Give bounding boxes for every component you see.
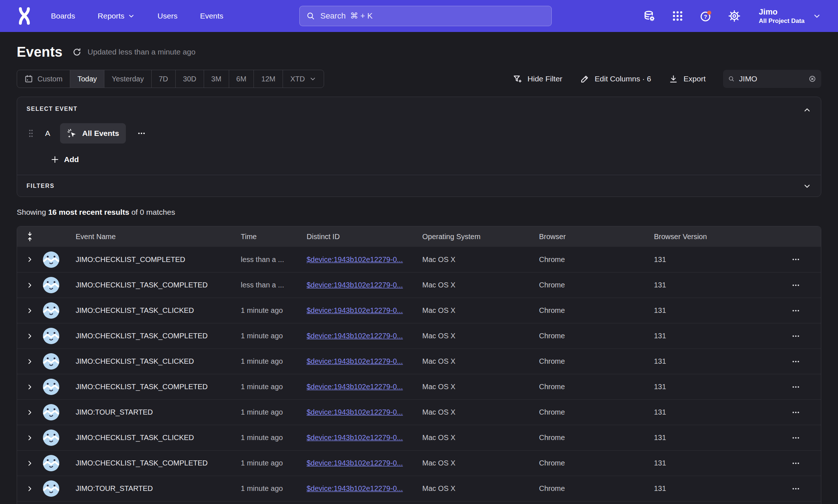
date-range-7d[interactable]: 7D bbox=[152, 70, 176, 88]
mixpanel-logo[interactable] bbox=[17, 7, 32, 25]
browser-version-cell: 131 bbox=[654, 459, 772, 467]
column-header-browser-version[interactable]: Browser Version bbox=[654, 233, 772, 241]
expand-filters-button[interactable] bbox=[803, 182, 811, 190]
row-actions-button[interactable] bbox=[789, 431, 803, 445]
user-avatar-icon bbox=[43, 251, 60, 268]
table-row[interactable]: JIMO:TOUR_STARTED 1 minute ago $device:1… bbox=[17, 476, 821, 501]
chevron-down-icon bbox=[813, 12, 821, 20]
column-header-time[interactable]: Time bbox=[241, 233, 307, 241]
browser-cell: Chrome bbox=[539, 332, 654, 340]
date-custom-button[interactable]: Custom bbox=[17, 70, 70, 88]
settings-button[interactable] bbox=[727, 9, 741, 23]
distinct-id-link[interactable]: $device:1943b102e12279-0... bbox=[307, 281, 403, 289]
collapse-rows-icon bbox=[26, 231, 34, 242]
filters-section[interactable]: FILTERS bbox=[17, 175, 821, 197]
date-range-xtd[interactable]: XTD bbox=[283, 70, 324, 88]
date-range-3m[interactable]: 3M bbox=[204, 70, 229, 88]
date-range-30d[interactable]: 30D bbox=[176, 70, 204, 88]
expand-row-icon[interactable] bbox=[24, 254, 35, 265]
table-row[interactable]: JIMO:CHECKLIST_COMPLETED less than a ...… bbox=[17, 247, 821, 272]
column-header-browser[interactable]: Browser bbox=[539, 233, 654, 241]
distinct-id-link[interactable]: $device:1943b102e12279-0... bbox=[307, 255, 403, 263]
database-gear-icon bbox=[643, 10, 655, 22]
export-button[interactable]: Export bbox=[669, 74, 706, 84]
date-range-6m[interactable]: 6M bbox=[229, 70, 254, 88]
table-row[interactable]: JIMO:CHECKLIST_TASK_COMPLETED 1 minute a… bbox=[17, 323, 821, 348]
table-search[interactable] bbox=[723, 70, 821, 88]
row-actions-button[interactable] bbox=[789, 406, 803, 419]
browser-version-cell: 131 bbox=[654, 281, 772, 289]
expand-row-icon[interactable] bbox=[24, 356, 35, 367]
expand-row-icon[interactable] bbox=[24, 305, 35, 316]
event-row-menu-button[interactable] bbox=[135, 126, 148, 140]
nav-item-reports[interactable]: Reports bbox=[98, 12, 135, 20]
help-button[interactable]: ? bbox=[699, 9, 713, 23]
nav-item-events[interactable]: Events bbox=[200, 12, 223, 20]
hide-filter-button[interactable]: Hide Filter bbox=[512, 74, 562, 84]
expand-row-icon[interactable] bbox=[24, 280, 35, 291]
expand-row-icon[interactable] bbox=[24, 382, 35, 392]
expand-row-icon[interactable] bbox=[24, 432, 35, 443]
date-range-yesterday[interactable]: Yesterday bbox=[104, 70, 151, 88]
expand-row-icon[interactable] bbox=[24, 331, 35, 342]
column-header-operating-system[interactable]: Operating System bbox=[422, 233, 539, 241]
expand-row-icon[interactable] bbox=[24, 458, 35, 469]
refresh-icon[interactable] bbox=[72, 47, 82, 57]
table-row[interactable]: JIMO:CHECKLIST_TASK_CLICKED 1 minute ago… bbox=[17, 501, 821, 504]
row-actions-button[interactable] bbox=[789, 355, 803, 368]
distinct-id-link[interactable]: $device:1943b102e12279-0... bbox=[307, 383, 403, 391]
table-row[interactable]: JIMO:CHECKLIST_TASK_COMPLETED less than … bbox=[17, 272, 821, 298]
data-management-button[interactable] bbox=[642, 9, 656, 23]
nav-item-boards[interactable]: Boards bbox=[51, 12, 75, 20]
row-actions-button[interactable] bbox=[789, 380, 803, 394]
distinct-id-link[interactable]: $device:1943b102e12279-0... bbox=[307, 306, 403, 314]
account-project: All Project Data bbox=[759, 17, 805, 25]
svg-text:?: ? bbox=[704, 13, 707, 20]
browser-version-cell: 131 bbox=[654, 484, 772, 493]
date-range-label: XTD bbox=[290, 75, 305, 83]
row-actions-button[interactable] bbox=[789, 278, 803, 292]
distinct-id-link[interactable]: $device:1943b102e12279-0... bbox=[307, 434, 403, 441]
date-range-label: 12M bbox=[261, 75, 275, 83]
date-range-12m[interactable]: 12M bbox=[254, 70, 283, 88]
browser-cell: Chrome bbox=[539, 434, 654, 442]
column-header-event-name[interactable]: Event Name bbox=[76, 233, 241, 241]
event-selector-chip[interactable]: All Events bbox=[60, 123, 126, 144]
row-actions-button[interactable] bbox=[789, 253, 803, 266]
add-event-button[interactable]: Add bbox=[51, 155, 79, 164]
table-row[interactable]: JIMO:CHECKLIST_TASK_CLICKED 1 minute ago… bbox=[17, 348, 821, 374]
chevron-down-icon bbox=[803, 182, 811, 190]
row-actions-button[interactable] bbox=[789, 329, 803, 343]
expand-row-icon[interactable] bbox=[24, 407, 35, 418]
browser-version-cell: 131 bbox=[654, 408, 772, 416]
column-header-distinct-id[interactable]: Distinct ID bbox=[307, 233, 422, 241]
distinct-id-link[interactable]: $device:1943b102e12279-0... bbox=[307, 459, 403, 467]
collapse-all-button[interactable] bbox=[17, 231, 43, 242]
apps-grid-button[interactable] bbox=[671, 9, 685, 23]
table-row[interactable]: JIMO:CHECKLIST_TASK_COMPLETED 1 minute a… bbox=[17, 450, 821, 476]
collapse-section-button[interactable] bbox=[803, 106, 811, 114]
distinct-id-link[interactable]: $device:1943b102e12279-0... bbox=[307, 484, 403, 492]
event-name-cell: JIMO:CHECKLIST_TASK_COMPLETED bbox=[76, 383, 241, 391]
distinct-id-link[interactable]: $device:1943b102e12279-0... bbox=[307, 357, 403, 365]
row-actions-button[interactable] bbox=[789, 456, 803, 470]
clear-search-icon[interactable] bbox=[809, 74, 816, 84]
expand-row-icon[interactable] bbox=[24, 483, 35, 494]
row-actions-button[interactable] bbox=[789, 304, 803, 318]
distinct-id-link[interactable]: $device:1943b102e12279-0... bbox=[307, 408, 403, 416]
table-row[interactable]: JIMO:CHECKLIST_TASK_CLICKED 1 minute ago… bbox=[17, 298, 821, 323]
date-range-today[interactable]: Today bbox=[70, 70, 104, 88]
drag-handle[interactable] bbox=[27, 127, 35, 140]
row-actions-button[interactable] bbox=[789, 482, 803, 496]
table-row[interactable]: JIMO:CHECKLIST_TASK_CLICKED 1 minute ago… bbox=[17, 425, 821, 450]
table-search-input[interactable] bbox=[739, 74, 804, 83]
account-switcher[interactable]: Jimo All Project Data bbox=[759, 7, 821, 25]
global-search-input[interactable] bbox=[320, 11, 545, 21]
distinct-id-link[interactable]: $device:1943b102e12279-0... bbox=[307, 332, 403, 340]
edit-columns-button[interactable]: Edit Columns · 6 bbox=[580, 74, 651, 84]
nav-item-users[interactable]: Users bbox=[157, 12, 177, 20]
table-row[interactable]: JIMO:CHECKLIST_TASK_COMPLETED 1 minute a… bbox=[17, 374, 821, 399]
global-search[interactable] bbox=[299, 6, 552, 26]
table-row[interactable]: JIMO:TOUR_STARTED 1 minute ago $device:1… bbox=[17, 399, 821, 425]
nav-items: BoardsReportsUsersEvents bbox=[51, 12, 223, 20]
